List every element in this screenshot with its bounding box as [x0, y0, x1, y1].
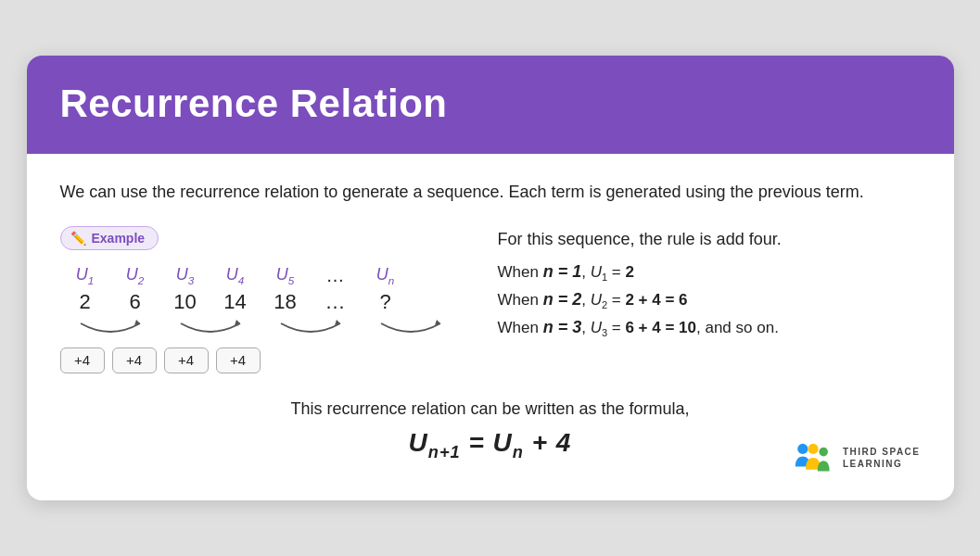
bottom-section: This recurrence relation can be written … — [60, 399, 921, 475]
val-5: 18 — [261, 290, 311, 314]
tsl-logo: THIRD SPACE LEARNING — [791, 441, 921, 474]
sequence-labels-row: U1 U2 U3 U4 U5 … Un — [60, 265, 461, 286]
left-column: ✏️ Example U1 U2 U3 U4 U5 … Un 2 6 — [60, 226, 461, 373]
val-2: 6 — [110, 290, 160, 314]
val-unknown: ? — [361, 290, 411, 314]
tsl-icon-svg — [791, 441, 835, 474]
tsl-line1: THIRD SPACE — [843, 446, 921, 458]
arrow-2 — [160, 320, 261, 340]
label-ellipsis: … — [311, 265, 361, 286]
label-u4: U4 — [210, 265, 261, 286]
plus-box-2: +4 — [112, 348, 157, 373]
svg-point-4 — [797, 444, 808, 454]
formula-desc: This recurrence relation can be written … — [60, 399, 921, 419]
example-label: Example — [92, 231, 146, 246]
plus-box-4: +4 — [216, 348, 261, 373]
label-un: Un — [361, 265, 411, 286]
arrows-row — [60, 320, 461, 340]
two-col-layout: ✏️ Example U1 U2 U3 U4 U5 … Un 2 6 — [60, 226, 921, 373]
main-card: Recurrence Relation We can use the recur… — [27, 56, 954, 500]
plus-row: +4 +4 +4 +4 — [60, 348, 461, 373]
val-4: 14 — [210, 290, 261, 314]
arrow-1 — [60, 320, 160, 340]
val-ellipsis: … — [311, 290, 361, 314]
when-line-3: When n = 3, U3 = 6 + 4 = 10, and so on. — [498, 318, 921, 338]
example-badge: ✏️ Example — [60, 226, 159, 250]
right-column: For this sequence, the rule is add four.… — [498, 226, 921, 347]
arrow-3 — [261, 320, 361, 340]
when3-text: When n = 3, U3 = 6 + 4 = 10, and so on. — [498, 318, 779, 338]
plus-box-3: +4 — [164, 348, 209, 373]
svg-point-5 — [808, 444, 818, 454]
pencil-icon: ✏️ — [70, 231, 86, 246]
label-u3: U3 — [160, 265, 210, 286]
when1-text: When n = 1, U1 = 2 — [498, 262, 634, 283]
arrow-4 — [361, 320, 461, 340]
body-section: We can use the recurrence relation to ge… — [27, 154, 954, 500]
label-u1: U1 — [60, 265, 110, 286]
when2-text: When n = 2, U2 = 2 + 4 = 6 — [498, 290, 688, 310]
when-line-2: When n = 2, U2 = 2 + 4 = 6 — [498, 290, 921, 310]
svg-point-6 — [819, 448, 828, 457]
sequence-values-row: 2 6 10 14 18 … ? — [60, 290, 461, 314]
label-u5: U5 — [261, 265, 311, 286]
val-1: 2 — [60, 290, 110, 314]
plus-box-1: +4 — [60, 348, 105, 373]
tsl-text: THIRD SPACE LEARNING — [843, 446, 921, 470]
header-section: Recurrence Relation — [27, 56, 954, 154]
intro-text: We can use the recurrence relation to ge… — [60, 180, 921, 206]
page-title: Recurrence Relation — [60, 82, 921, 126]
tsl-line2: LEARNING — [843, 458, 902, 470]
rule-text: For this sequence, the rule is add four. — [498, 230, 921, 249]
when-line-1: When n = 1, U1 = 2 — [498, 262, 921, 283]
val-3: 10 — [160, 290, 210, 314]
label-u2: U2 — [110, 265, 160, 286]
